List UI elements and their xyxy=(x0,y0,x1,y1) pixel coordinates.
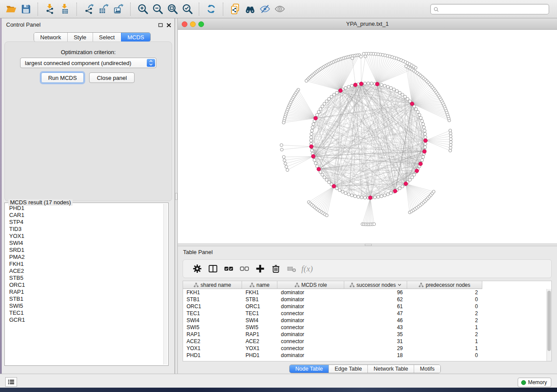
table-row[interactable]: FKH1FKH1dominator962 xyxy=(183,289,482,296)
table-cell[interactable]: 1 xyxy=(407,345,482,352)
table-cell[interactable]: 1 xyxy=(407,324,482,331)
export-network-button[interactable] xyxy=(81,2,96,16)
tab-node-table[interactable]: Node Table xyxy=(290,365,329,373)
mcds-result-item[interactable]: ACE2 xyxy=(6,268,163,275)
mcds-result-item[interactable]: STB5 xyxy=(6,275,163,282)
table-cell[interactable]: SWI4 xyxy=(242,317,277,324)
float-panel-button[interactable] xyxy=(157,21,164,28)
table-cell[interactable]: ORC1 xyxy=(242,303,277,310)
create-column-button[interactable] xyxy=(252,261,268,276)
table-cell[interactable]: SWI4 xyxy=(183,317,242,324)
table-cell[interactable]: 31 xyxy=(344,338,407,345)
splitter-handle[interactable] xyxy=(175,193,177,200)
table-cell[interactable]: 2 xyxy=(407,310,482,317)
export-image-button[interactable] xyxy=(111,2,126,16)
column-header-MCDS-role[interactable]: MCDS role xyxy=(277,281,344,289)
run-mcds-button[interactable]: Run MCDS xyxy=(41,72,84,83)
table-row[interactable]: STB1STB1dominator620 xyxy=(183,296,482,303)
table-cell[interactable]: YOX1 xyxy=(242,345,277,352)
table-cell[interactable]: RAP1 xyxy=(183,331,242,338)
table-cell[interactable]: dominator xyxy=(277,289,344,296)
table-cell[interactable]: 2 xyxy=(407,331,482,338)
table-cell[interactable]: 43 xyxy=(344,324,407,331)
close-panel-button-mcds[interactable]: Close panel xyxy=(89,72,135,83)
table-cell[interactable]: connector xyxy=(277,338,344,345)
zoom-out-button[interactable] xyxy=(150,2,165,16)
table-cell[interactable]: SWI5 xyxy=(183,324,242,331)
close-panel-button[interactable] xyxy=(165,21,172,28)
mcds-result-item[interactable]: GCR1 xyxy=(6,316,163,323)
scrollbar-thumb[interactable] xyxy=(547,291,551,351)
export-table-button[interactable] xyxy=(96,2,111,16)
table-cell[interactable]: dominator xyxy=(277,303,344,310)
table-cell[interactable]: RAP1 xyxy=(242,331,277,338)
table-cell[interactable]: 62 xyxy=(344,296,407,303)
delete-column-button[interactable] xyxy=(268,261,284,276)
tab-style[interactable]: Style xyxy=(67,33,93,41)
zoom-in-button[interactable] xyxy=(135,2,150,16)
table-cell[interactable]: 47 xyxy=(344,310,407,317)
table-settings-button[interactable] xyxy=(189,261,205,276)
table-cell[interactable]: ORC1 xyxy=(183,303,242,310)
table-cell[interactable]: 1 xyxy=(407,338,482,345)
mcds-result-item[interactable]: SRD1 xyxy=(6,247,163,254)
mcds-result-item[interactable]: CAR1 xyxy=(6,212,163,219)
task-history-button[interactable] xyxy=(5,377,17,387)
table-scrollbar[interactable] xyxy=(547,289,551,361)
column-header-name[interactable]: name xyxy=(242,281,277,289)
table-row[interactable]: ORC1ORC1dominator610 xyxy=(183,303,482,310)
table-row[interactable]: SWI4SWI4dominator462 xyxy=(183,317,482,324)
show-details-button[interactable] xyxy=(272,2,287,16)
table-cell[interactable]: FKH1 xyxy=(183,289,242,296)
table-cell[interactable]: 0 xyxy=(407,296,482,303)
search-field[interactable] xyxy=(430,4,549,14)
zoom-fit-button[interactable] xyxy=(165,2,180,16)
tab-edge-table[interactable]: Edge Table xyxy=(329,365,367,373)
search-network-button[interactable] xyxy=(242,2,257,16)
table-cell[interactable]: YOX1 xyxy=(183,345,242,352)
table-cell[interactable]: 61 xyxy=(344,303,407,310)
tab-select[interactable]: Select xyxy=(93,33,121,41)
column-header-successor-nodes[interactable]: successor nodes xyxy=(344,281,407,289)
table-cell[interactable]: ACE2 xyxy=(242,338,277,345)
table-cell[interactable]: dominator xyxy=(277,296,344,303)
splitter-handle[interactable] xyxy=(365,244,372,246)
deselect-all-rows-button[interactable] xyxy=(236,261,252,276)
mcds-result-item[interactable]: PMA2 xyxy=(6,254,163,261)
vertical-splitter[interactable] xyxy=(175,18,178,374)
table-cell[interactable]: 18 xyxy=(344,352,407,359)
table-cell[interactable]: connector xyxy=(277,345,344,352)
memory-button[interactable]: Memory xyxy=(518,378,551,387)
table-cell[interactable]: FKH1 xyxy=(242,289,277,296)
table-row[interactable]: TEC1TEC1connector472 xyxy=(183,310,482,317)
mcds-result-item[interactable]: YOX1 xyxy=(6,233,163,240)
node-table[interactable]: shared namenameMCDS rolesuccessor nodesp… xyxy=(183,281,552,361)
table-row[interactable]: PHD1PHD1dominator180 xyxy=(183,352,482,359)
table-cell[interactable]: STB1 xyxy=(183,296,242,303)
zoom-selected-button[interactable] xyxy=(180,2,194,16)
mcds-result-item[interactable]: PHD1 xyxy=(6,205,163,212)
column-header-shared-name[interactable]: shared name xyxy=(183,281,242,289)
mcds-result-item[interactable]: RAP1 xyxy=(6,289,163,296)
import-table-button[interactable] xyxy=(57,2,72,16)
hide-details-button[interactable] xyxy=(257,2,272,16)
table-cell[interactable]: dominator xyxy=(277,331,344,338)
tab-network-table[interactable]: Network Table xyxy=(367,365,414,373)
network-graph-canvas[interactable] xyxy=(178,30,557,244)
delete-table-button[interactable] xyxy=(284,261,299,276)
table-cell[interactable]: 0 xyxy=(407,352,482,359)
tab-mcds[interactable]: MCDS xyxy=(121,33,150,41)
select-all-rows-button[interactable] xyxy=(221,261,236,276)
refresh-layout-button[interactable] xyxy=(204,2,218,16)
table-cell[interactable]: 2 xyxy=(407,289,482,296)
mcds-result-item[interactable]: STP4 xyxy=(6,219,163,226)
table-cell[interactable]: dominator xyxy=(277,317,344,324)
table-row[interactable]: RAP1RAP1dominator352 xyxy=(183,331,482,338)
table-row[interactable]: YOX1YOX1connector291 xyxy=(183,345,482,352)
tab-motifs[interactable]: Motifs xyxy=(414,365,440,373)
mcds-result-list[interactable]: PHD1CAR1STP4TID3YOX1SWI4SRD1PMA2FKH1ACE2… xyxy=(6,205,163,364)
import-network-button[interactable] xyxy=(42,2,57,16)
show-columns-button[interactable] xyxy=(205,261,221,276)
table-cell[interactable]: 46 xyxy=(344,317,407,324)
mcds-result-item[interactable]: SWI4 xyxy=(6,240,163,247)
